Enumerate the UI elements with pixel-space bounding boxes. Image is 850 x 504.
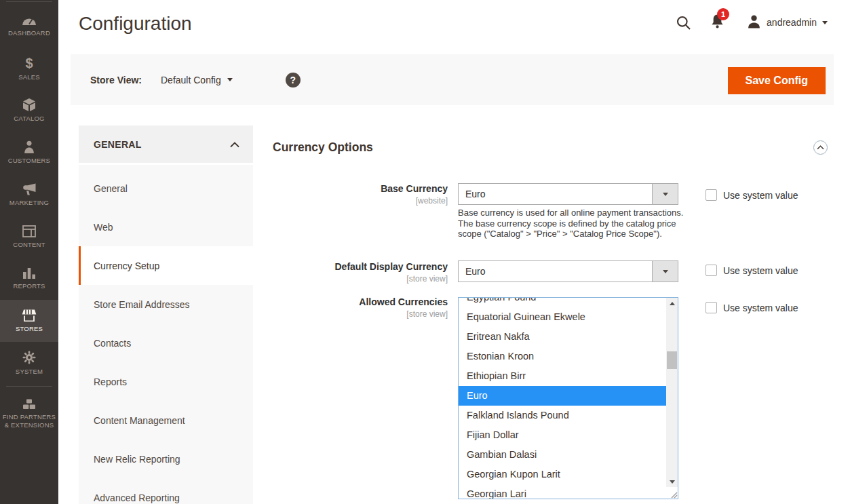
sidebar-item-sales[interactable]: $ SALES [0, 47, 58, 90]
allowed-currencies-use-system: Use system value [706, 302, 798, 313]
currency-option[interactable]: Euro [459, 386, 666, 406]
base-currency-note: Base currency is used for all online pay… [458, 208, 699, 239]
base-currency-use-system: Use system value [706, 189, 798, 201]
config-nav-item[interactable]: Contacts [79, 324, 253, 362]
currency-option[interactable]: Egyptian Pound [459, 298, 666, 307]
chevron-up-icon [230, 138, 239, 151]
store-view-label: Store View: [90, 75, 142, 85]
config-nav-item[interactable]: Currency Setup [79, 246, 253, 285]
scroll-down-icon[interactable] [666, 476, 678, 487]
customers-icon [22, 140, 36, 153]
allowed-currencies-label: Allowed Currencies [store view] [273, 297, 448, 319]
chevron-down-icon [227, 78, 233, 81]
sidebar-item-stores[interactable]: STORES [0, 300, 58, 342]
store-view-toolbar: Store View: Default Config ? Save Config [71, 54, 834, 105]
currency-options-section: Currency Options Base Currency [website]… [273, 125, 834, 504]
sidebar-divider [6, 386, 52, 387]
resize-grip-icon[interactable] [666, 487, 678, 499]
sidebar-item-dashboard[interactable]: DASHBOARD [0, 5, 58, 47]
config-nav-items: GeneralWebCurrency SetupStore Email Addr… [79, 165, 253, 504]
chevron-down-icon [822, 21, 828, 24]
currency-option[interactable]: Estonian Kroon [459, 347, 666, 366]
admin-sidebar: DASHBOARD $ SALES CATALOG CUSTOMERS MARK… [0, 0, 58, 504]
sidebar-item-marketing[interactable]: MARKETING [0, 174, 58, 216]
scroll-up-icon[interactable] [666, 298, 678, 309]
reports-icon [22, 267, 36, 279]
notification-count-badge[interactable]: 1 [717, 8, 729, 20]
currency-option[interactable]: Eritrean Nakfa [459, 327, 666, 347]
config-nav-panel: GENERAL GeneralWebCurrency SetupStore Em… [79, 125, 253, 504]
select-arrow-icon [652, 261, 678, 282]
sidebar-item-content[interactable]: CONTENT [0, 216, 58, 258]
use-system-value-checkbox[interactable] [706, 265, 717, 276]
currency-option[interactable]: Gambian Dalasi [459, 445, 666, 465]
use-system-value-checkbox[interactable] [706, 302, 717, 313]
default-display-use-system: Use system value [706, 265, 798, 276]
svg-text:$: $ [25, 56, 33, 70]
user-avatar-icon [747, 14, 761, 31]
section-label: GENERAL [94, 139, 142, 150]
sidebar-item-reports[interactable]: REPORTS [0, 258, 58, 300]
catalog-icon [22, 98, 36, 111]
notifications-bell-icon[interactable]: 1 [710, 14, 725, 32]
config-nav-item[interactable]: Reports [79, 362, 253, 401]
magento-admin-page: DASHBOARD $ SALES CATALOG CUSTOMERS MARK… [0, 0, 850, 504]
search-icon[interactable] [676, 15, 691, 31]
currency-option[interactable]: Fijian Dollar [459, 425, 666, 445]
collapse-section-icon[interactable] [813, 140, 828, 155]
currency-option[interactable]: Georgian Kupon Larit [459, 465, 666, 484]
select-arrow-icon [652, 184, 678, 204]
currency-option[interactable]: Equatorial Guinean Ekwele [459, 307, 666, 327]
config-nav-item[interactable]: Advanced Reporting [79, 478, 253, 504]
sidebar-divider [6, 1, 52, 2]
save-config-button[interactable]: Save Config [728, 67, 826, 94]
currency-option[interactable]: Georgian Lari [459, 484, 666, 499]
currency-option[interactable]: Ethiopian Birr [459, 366, 666, 386]
store-view-switcher[interactable]: Default Config [161, 75, 233, 85]
page-header: Configuration 1 andreadmin [58, 0, 850, 47]
dashboard-icon [22, 16, 37, 26]
currency-option[interactable]: Falkland Islands Pound [459, 406, 666, 425]
header-actions: 1 andreadmin [676, 10, 828, 35]
section-title: Currency Options [273, 140, 373, 155]
default-display-currency-select[interactable]: Euro [458, 260, 678, 282]
sales-icon: $ [22, 56, 36, 70]
page-title: Configuration [79, 13, 192, 35]
currency-options-list: Egyptian PoundEquatorial Guinean EkweleE… [459, 298, 666, 499]
config-nav-item[interactable]: General [79, 169, 253, 208]
default-display-currency-label: Default Display Currency [store view] [273, 262, 448, 284]
use-system-value-checkbox[interactable] [706, 189, 717, 201]
config-nav-item[interactable]: Web [79, 208, 253, 246]
config-nav-item[interactable]: Content Management [79, 401, 253, 440]
listbox-scrollbar[interactable] [666, 298, 678, 487]
user-menu[interactable]: andreadmin [747, 14, 828, 31]
sidebar-item-customers[interactable]: CUSTOMERS [0, 132, 58, 174]
help-icon[interactable]: ? [286, 73, 301, 88]
system-icon [22, 351, 36, 364]
config-nav-section-general[interactable]: GENERAL [79, 125, 253, 163]
sidebar-item-system[interactable]: SYSTEM [0, 342, 58, 384]
config-nav-item[interactable]: New Relic Reporting [79, 440, 253, 478]
scrollbar-thumb[interactable] [667, 351, 677, 369]
stores-icon [22, 309, 37, 322]
sidebar-item-find-partners[interactable]: FIND PARTNERS & EXTENSIONS [0, 389, 58, 438]
base-currency-label: Base Currency [website] [273, 184, 448, 206]
find-partners-icon [22, 399, 36, 410]
marketing-icon [22, 183, 37, 195]
allowed-currencies-listbox[interactable]: Egyptian PoundEquatorial Guinean EkweleE… [458, 297, 678, 499]
base-currency-select[interactable]: Euro [458, 183, 678, 205]
content-icon [22, 225, 36, 237]
username-label: andreadmin [767, 17, 817, 28]
config-nav-item[interactable]: Store Email Addresses [79, 285, 253, 324]
sidebar-item-catalog[interactable]: CATALOG [0, 90, 58, 132]
